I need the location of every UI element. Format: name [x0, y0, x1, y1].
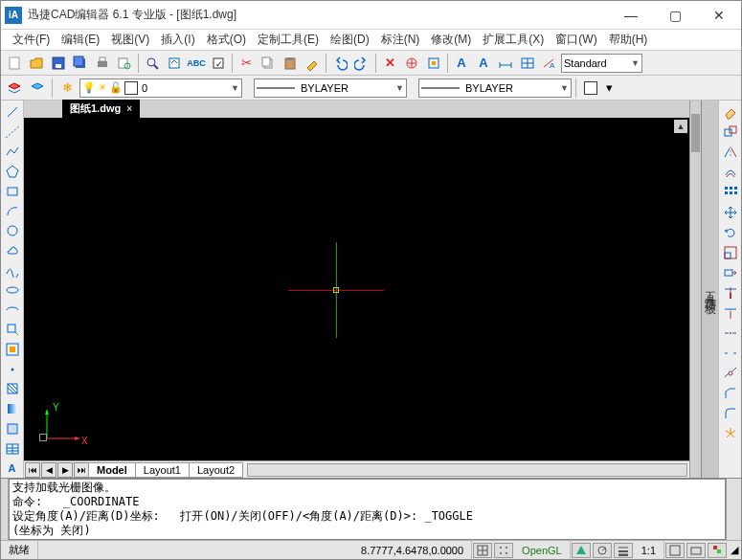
saveall-icon[interactable] — [70, 53, 91, 74]
new-file-icon[interactable] — [4, 53, 25, 74]
text-style-A1[interactable]: A — [451, 53, 472, 74]
offset-icon[interactable] — [721, 163, 740, 182]
tab-nav-last[interactable]: ⏭ — [74, 462, 89, 478]
document-tab-active[interactable]: 图纸1.dwg × — [62, 100, 140, 118]
print-icon[interactable] — [92, 53, 113, 74]
osnap-toggle[interactable] — [572, 543, 591, 558]
layout-tab-layout1[interactable]: Layout1 — [135, 462, 190, 478]
publish-icon[interactable] — [164, 53, 185, 74]
color-dropdown-arrow[interactable]: ▾ — [603, 78, 615, 99]
tab-nav-prev[interactable]: ◀ — [41, 462, 56, 478]
close-tab-icon[interactable]: × — [126, 103, 132, 114]
text-style-A2[interactable]: A — [473, 53, 494, 74]
polygon-icon[interactable] — [3, 162, 22, 181]
status-scale[interactable]: 1:1 — [634, 541, 664, 559]
linetype-dropdown[interactable]: BYLAYER ▼ — [254, 78, 407, 98]
spline-icon[interactable] — [3, 261, 22, 280]
trim-icon[interactable] — [721, 283, 740, 302]
lwt-toggle[interactable] — [614, 543, 633, 558]
rectangle-icon[interactable] — [3, 182, 22, 201]
menu-view[interactable]: 视图(V) — [105, 30, 155, 50]
tab-nav-first[interactable]: ⏮ — [25, 462, 40, 478]
break-point-icon[interactable] — [721, 324, 740, 343]
menu-format[interactable]: 格式(O) — [201, 30, 252, 50]
open-file-icon[interactable] — [26, 53, 47, 74]
menu-modify[interactable]: 修改(M) — [425, 30, 477, 50]
point-icon[interactable] — [3, 360, 22, 379]
table-icon[interactable] — [3, 439, 22, 459]
break-icon[interactable] — [721, 344, 740, 363]
scroll-thumb[interactable] — [691, 114, 700, 152]
menu-help[interactable]: 帮助(H) — [603, 30, 654, 50]
region-icon[interactable] — [3, 419, 22, 438]
layout-tab-layout2[interactable]: Layout2 — [189, 462, 243, 478]
minimize-button[interactable]: — — [609, 1, 653, 30]
menu-window[interactable]: 窗口(W) — [550, 30, 602, 50]
print-preview-icon[interactable] — [114, 53, 135, 74]
snap-toggle[interactable] — [473, 543, 492, 558]
copy-obj-icon[interactable] — [721, 123, 740, 142]
polyline-icon[interactable] — [3, 142, 22, 161]
erase-icon[interactable] — [721, 102, 740, 122]
find-icon[interactable] — [142, 53, 163, 74]
text-style-dropdown[interactable]: Standard ▼ — [561, 54, 642, 73]
dim-style-icon[interactable] — [495, 53, 516, 74]
revcloud-icon[interactable] — [3, 241, 22, 260]
paste-icon[interactable] — [280, 53, 301, 74]
menu-insert[interactable]: 插入(I) — [155, 30, 200, 50]
model-toggle[interactable] — [665, 543, 685, 558]
menu-exttools[interactable]: 扩展工具(X) — [477, 30, 550, 50]
circle-icon[interactable] — [3, 221, 22, 240]
join-icon[interactable] — [721, 364, 740, 383]
layer-states-icon[interactable] — [27, 78, 48, 99]
line-icon[interactable] — [3, 102, 22, 122]
mtext-icon[interactable]: A — [3, 459, 22, 478]
hatch-icon[interactable] — [3, 380, 22, 399]
lineweight-dropdown[interactable]: BYLAYER ▼ — [418, 78, 572, 98]
extend-icon[interactable] — [721, 303, 740, 323]
command-history[interactable]: 支持加载光栅图像。 命令: _COORDINATE 设定角度(A)/距离(D)坐… — [9, 479, 726, 540]
cycle-toggle[interactable] — [708, 543, 727, 558]
fillet-icon[interactable] — [721, 404, 740, 423]
layer-freeze-icon[interactable]: ❄ — [56, 78, 78, 99]
save-icon[interactable] — [48, 53, 69, 74]
layout-tab-model[interactable]: Model — [88, 462, 136, 478]
chamfer-icon[interactable] — [721, 384, 740, 403]
undo-icon[interactable] — [329, 53, 350, 74]
menu-file[interactable]: 文件(F) — [7, 30, 56, 50]
copy-icon[interactable] — [258, 53, 279, 74]
maximize-button[interactable]: ▢ — [653, 1, 697, 30]
menu-customtools[interactable]: 定制工具(E) — [252, 30, 325, 50]
scroll-up-button[interactable]: ▲ — [674, 120, 687, 133]
vertical-scrollbar[interactable] — [689, 101, 701, 478]
explode-icon[interactable] — [721, 424, 740, 443]
layer-manager-icon[interactable] — [4, 78, 25, 99]
delete-icon[interactable]: ✕ — [379, 53, 400, 74]
resize-grip-icon[interactable]: ◢ — [728, 544, 741, 556]
construction-line-icon[interactable] — [3, 123, 22, 142]
spellcheck-icon[interactable]: ABC — [186, 53, 207, 74]
command-scrollbar[interactable] — [726, 479, 741, 540]
ref-edit-icon[interactable] — [401, 53, 422, 74]
array-icon[interactable] — [721, 183, 740, 202]
tab-nav-next[interactable]: ▶ — [57, 462, 73, 478]
matchprop-icon[interactable] — [302, 53, 323, 74]
gradient-icon[interactable] — [3, 399, 22, 418]
layer-dropdown[interactable]: 💡 ☀ 🔓 0 ▼ — [79, 78, 242, 98]
move-icon[interactable] — [721, 203, 740, 222]
arc-icon[interactable] — [3, 201, 22, 220]
scale-icon[interactable] — [721, 243, 740, 262]
make-block-icon[interactable] — [3, 340, 22, 359]
menu-edit[interactable]: 编辑(E) — [56, 30, 105, 50]
stretch-icon[interactable] — [721, 263, 740, 282]
grid-toggle[interactable] — [494, 543, 513, 558]
close-button[interactable]: ✕ — [697, 1, 741, 30]
menu-draw[interactable]: 绘图(D) — [325, 30, 375, 50]
mirror-icon[interactable] — [721, 143, 740, 162]
canvas[interactable]: ▲ Y X — [24, 118, 689, 460]
audit-icon[interactable]: ✓ — [208, 53, 229, 74]
redo-icon[interactable] — [351, 53, 372, 74]
insert-block-icon[interactable] — [3, 321, 22, 340]
color-dropdown[interactable] — [580, 78, 601, 99]
polar-toggle[interactable] — [593, 543, 612, 558]
